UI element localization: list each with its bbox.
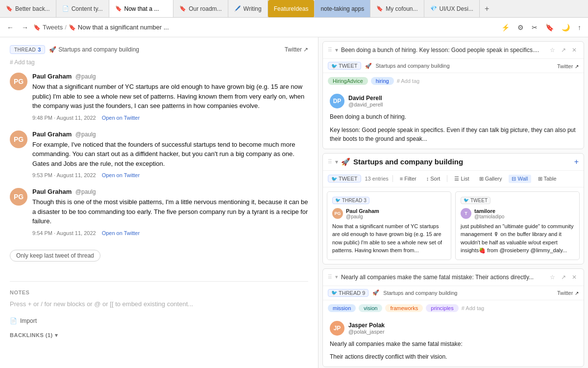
fatal-card-author: JP Jasper Polak @polak_jasper <box>330 321 577 336</box>
close-button-1[interactable]: ✕ <box>570 46 579 54</box>
thread-count: 3 <box>38 47 41 53</box>
tag-hiring-advice[interactable]: HiringAdvice <box>328 77 368 85</box>
startups-card: ⠿ ▾ 🚀 Startups and company building + 🐦 … <box>322 153 584 264</box>
tab-note-taking[interactable]: note-taking apps <box>315 0 370 18</box>
hiring-card-header: ⠿ ▾ Been doing a bunch of hiring. Key le… <box>323 42 584 59</box>
tab-ui-desi[interactable]: 💎 UI/UX Desi... <box>424 0 480 18</box>
tab-add-button[interactable]: + <box>480 4 494 13</box>
thread-label: THREAD <box>14 47 36 53</box>
table-view-button[interactable]: ⊞ Table <box>535 175 560 183</box>
twitter-link[interactable]: Twitter ↗ <box>285 46 308 53</box>
open-twitter-2[interactable]: Open on Twitter <box>102 172 140 178</box>
category-label: Startups and company building <box>58 46 139 53</box>
tab-writing[interactable]: 🖊️ Writing <box>228 0 268 18</box>
collapse-button[interactable]: ↑ <box>575 22 584 33</box>
notes-label: NOTES <box>10 289 308 295</box>
mini-card-1: 🐦 THREAD 3 PG Paul Graham @paulg Now tha… <box>327 191 451 260</box>
drag-handle-1[interactable]: ⠿ <box>328 47 332 53</box>
open-twitter-3[interactable]: Open on Twitter <box>102 230 140 236</box>
bookmark-button[interactable]: 🔖 <box>542 22 557 33</box>
add-tag-card3[interactable]: Add tag <box>462 305 485 311</box>
filter-button[interactable]: ≡ Filter <box>397 175 419 183</box>
tab-better-back[interactable]: 🔖 Better back... <box>0 0 56 18</box>
card3-tag-row: mission vision frameworks principles Add… <box>323 300 584 316</box>
wall-view-button[interactable]: ⊟ Wall <box>509 175 531 183</box>
rocket-card3: 🚀 <box>372 289 379 296</box>
add-tag-button[interactable]: Add tag <box>10 59 308 66</box>
pin-button-3[interactable]: ☆ <box>548 273 557 282</box>
gallery-view-button[interactable]: ⊞ Gallery <box>476 175 505 183</box>
tag-frameworks[interactable]: frameworks <box>385 304 423 312</box>
tab-icon-bookmark3: 🔖 <box>179 5 186 12</box>
startups-add-button[interactable]: + <box>574 158 579 166</box>
mini-text-1: Now that a significant number of YC star… <box>332 222 446 255</box>
tag-hiring[interactable]: hiring <box>371 77 394 85</box>
tab-my-cofoun[interactable]: 🔖 My cofoun... <box>370 0 424 18</box>
tweet-time-2: 9:53 PM · August 11, 2022 <box>32 172 96 178</box>
tag-vision[interactable]: vision <box>359 304 382 312</box>
tweet-footer-3: 9:54 PM · August 11, 2022 Open on Twitte… <box>32 230 308 236</box>
left-panel: THREAD 3 🚀 Startups and company building… <box>0 37 318 368</box>
fatal-card-actions: ☆ ↗ ✕ <box>548 273 579 282</box>
tab-our-roadm[interactable]: 🔖 Our roadm... <box>173 0 228 18</box>
add-tag-card1[interactable]: Add tag <box>397 78 420 84</box>
hiring-card-title: Been doing a bunch of hiring. Key lesson… <box>341 47 545 53</box>
tag-mission[interactable]: mission <box>328 304 356 312</box>
wall-icon: ⊟ <box>512 176 516 182</box>
drag-handle-2[interactable]: ⠿ <box>328 158 332 165</box>
main-layout: THREAD 3 🚀 Startups and company building… <box>0 37 588 368</box>
twitter-link-card3[interactable]: Twitter ↗ <box>557 289 579 296</box>
tweet-handle-3: @paulg <box>75 188 96 195</box>
backlinks-chevron: ▾ <box>55 332 58 339</box>
lightning-button[interactable]: ⚡ <box>498 22 513 33</box>
keep-last-tweet-button[interactable]: Only keep last tweet of thread <box>10 250 100 262</box>
startups-rocket-icon: 🚀 <box>341 158 350 166</box>
back-button[interactable]: ← <box>4 22 17 33</box>
darkmode-button[interactable]: 🌙 <box>559 22 573 33</box>
thread-header: THREAD 3 🚀 Startups and company building… <box>10 45 308 54</box>
backlinks-section[interactable]: BACKLINKS (1) ▾ <box>10 332 308 339</box>
settings-button[interactable]: ⚙ <box>514 22 527 33</box>
card3-text1: Nearly all companies make the same fatal… <box>330 340 577 349</box>
expand-button-3[interactable]: ↗ <box>559 273 568 282</box>
drag-handle-3[interactable]: ⠿ <box>328 274 332 281</box>
category-badge[interactable]: 🚀 Startups and company building <box>49 46 139 53</box>
tab-feature-ideas[interactable]: FeatureIdeas <box>268 0 315 18</box>
tweet-icon-1: 🐦 <box>331 63 337 69</box>
tweet-author-3: Paul Graham <box>32 188 72 195</box>
expand-button-1[interactable]: ↗ <box>559 46 568 54</box>
hiring-card-content: DP David Perell @david_perell Been doing… <box>323 89 584 149</box>
import-button[interactable]: 📄 Import <box>10 317 308 324</box>
mini-card-2: 🐦 TWEET T tamilore @tamioladipo just pub… <box>455 191 580 260</box>
startups-card-header: ⠿ ▾ 🚀 Startups and company building + <box>323 154 584 171</box>
tab-content-ty[interactable]: 📄 Content ty... <box>56 0 109 18</box>
breadcrumb-tweets[interactable]: Tweets <box>43 24 63 31</box>
forward-button[interactable]: → <box>19 22 31 33</box>
collapse-icon-2[interactable]: ▾ <box>335 158 338 165</box>
open-twitter-1[interactable]: Open on Twitter <box>102 115 140 121</box>
tweet-handle-1: @paulg <box>75 73 96 80</box>
scissors-button[interactable]: ✂ <box>529 22 540 33</box>
collapse-icon-1[interactable]: ▾ <box>335 47 338 53</box>
mini-card-2-header: 🐦 TWEET <box>461 197 574 204</box>
close-button-3[interactable]: ✕ <box>570 273 579 282</box>
tweet-author-1: Paul Graham <box>32 73 72 80</box>
tweet-body-3: Paul Graham @paulg Though this is one of… <box>32 188 308 236</box>
tab-now-that[interactable]: 🔖 Now that a ... ✕ <box>109 0 174 18</box>
avatar-2: PG <box>10 131 27 148</box>
breadcrumb-icon2: 🔖 <box>69 24 76 31</box>
tweet-badge-card1: 🐦 TWEET <box>328 62 361 70</box>
list-view-button[interactable]: ☰ List <box>451 175 472 183</box>
tag-principles[interactable]: principles <box>426 304 458 312</box>
pin-button-1[interactable]: ☆ <box>548 46 557 54</box>
tab-icon-pen: 🖊️ <box>234 5 241 12</box>
mini-text-2: just published an "ultimate guide" to co… <box>461 222 574 255</box>
sort-button[interactable]: ↕ Sort <box>423 175 443 183</box>
collapse-icon-3[interactable]: ▾ <box>335 274 338 280</box>
twitter-link-card1[interactable]: Twitter ↗ <box>557 62 579 70</box>
gallery-icon: ⊞ <box>479 176 484 182</box>
mini-handle-2: @tamioladipo <box>474 214 504 219</box>
mini-author-2-name: tamilore <box>474 208 504 214</box>
notes-placeholder[interactable]: Press + or / for new blocks or @ or [[ t… <box>10 300 308 308</box>
list-icon: ☰ <box>454 176 459 182</box>
